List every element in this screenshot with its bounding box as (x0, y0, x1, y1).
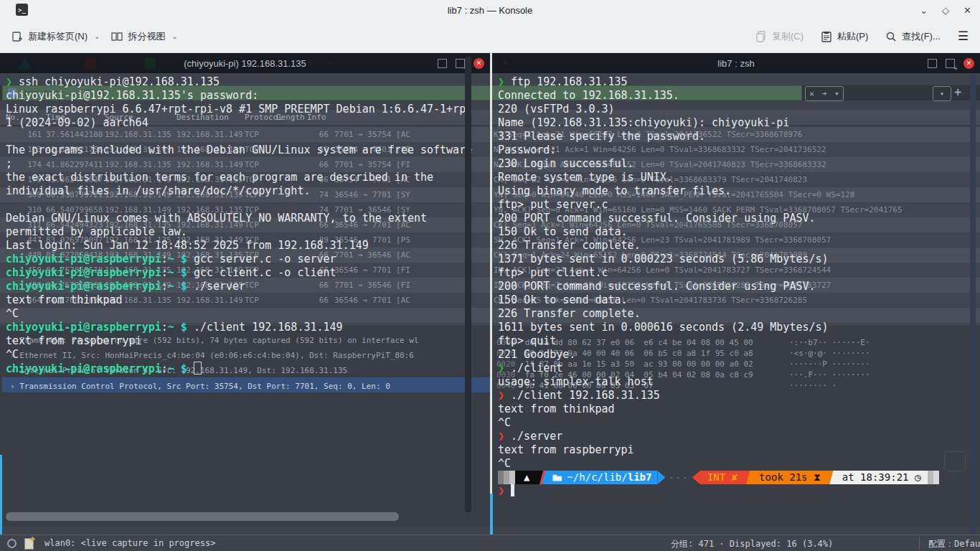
terminal-line: 226 Transfer complete. (498, 239, 980, 253)
paste-icon (821, 31, 832, 42)
terminal-line: 1371 bytes sent in 0.000223 seconds (5.8… (498, 253, 980, 266)
powerline-segment: ▲ (515, 471, 538, 484)
pane-splitter[interactable] (490, 53, 492, 494)
terminal-line: ^C (6, 348, 490, 362)
terminal-line (6, 198, 490, 212)
powerline-chevron-left (692, 471, 700, 484)
powerline-path-segment: ~/h/c/lib/lib7 (547, 471, 657, 484)
terminal-line: 150 Ok to send data. (498, 293, 980, 307)
powerline-block (498, 471, 504, 484)
capture-status-text: wlan0: <live capture in progress> (44, 538, 215, 548)
terminal-line: The programs included with the Debian GN… (6, 143, 490, 157)
powerline-segment: INT ✘ (700, 471, 745, 484)
maximize-button[interactable]: ◇ (942, 6, 949, 15)
terminal-line: text from raspberrypi (498, 443, 980, 457)
powerline-block (509, 471, 515, 484)
new-tab-icon (11, 31, 23, 42)
new-tab-button[interactable]: 新建标签页(N) ⌄ (11, 30, 100, 43)
close-pane-button[interactable]: ✕ (963, 58, 974, 69)
pane-header-right: lib7 : zsh ✕ (492, 53, 980, 73)
terminal-line: permitted by applicable law. (6, 225, 490, 239)
terminal-line: ^C (498, 457, 980, 471)
terminal-line: chiyoyuki-pi@raspberrypi:~ $ gcc client.… (6, 266, 490, 280)
powerline-block (928, 471, 933, 484)
expand-pane-icon[interactable] (438, 59, 447, 68)
terminal-line: Name (192.168.31.135:chiyoyuki): chiyoyu… (498, 116, 980, 130)
statusbar-divider (919, 537, 920, 550)
terminal-line: 150 Ok to send data. (498, 225, 980, 239)
pane-title-right: lib7 : zsh (717, 58, 754, 69)
terminal-line: 220 (vsFTPd 3.0.3) (498, 103, 980, 116)
cursor-beam (511, 484, 514, 496)
terminal-line: Debian GNU/Linux comes with ABSOLUTELY N… (6, 212, 490, 225)
powerline-chevron-right (657, 471, 665, 484)
close-button[interactable]: ✕ (963, 6, 971, 15)
terminal-line: Password: (498, 143, 980, 157)
pane-title-left: (chiyoyuki-pi) 192.168.31.135 (184, 58, 306, 69)
packet-counts-text: 分组: 471 · Displayed: 16 (3.4%) (671, 538, 833, 550)
paste-label: 粘贴(P) (837, 30, 868, 43)
terminal-line: 1611 bytes sent in 0.000616 seconds (2.4… (498, 321, 980, 334)
cursor-block (194, 362, 202, 375)
terminal-line: Last login: Sun Jan 12 18:48:52 2025 fro… (6, 239, 490, 253)
terminal-line: 331 Please specify the password. (498, 130, 980, 143)
terminal-line: text from thinkpad (6, 293, 490, 307)
terminal-right[interactable]: ❯ ftp 192.168.31.135Connected to 192.168… (492, 73, 980, 534)
hamburger-menu-icon: ☰ (958, 29, 969, 44)
terminal-line: ❯ ./server (498, 430, 980, 443)
terminal-line: chiyoyuki-pi@192.168.31.135's password: (6, 89, 490, 103)
powerline-block (933, 471, 939, 484)
terminal-line: text from thinkpad (498, 402, 980, 416)
hamburger-menu-button[interactable]: ☰ (958, 29, 969, 44)
copy-button[interactable]: 复制(C) (755, 30, 804, 43)
powerline-separator (745, 471, 752, 484)
workspace: ⚙ «» ⌕ tcp.port == 7701 ✕ ➜ ▾ ▾ + No.Tim… (0, 53, 980, 551)
minimize-button[interactable]: ⌄ (920, 6, 928, 15)
split-view-label: 拆分视图 (128, 30, 165, 43)
terminal-line: ftp> quit (498, 334, 980, 348)
pane-header-left: (chiyoyuki-pi) 192.168.31.135 ✕ (0, 53, 490, 73)
chevron-down-icon: ⌄ (171, 32, 177, 40)
close-pane-button[interactable]: ✕ (473, 58, 484, 69)
terminal-line: ❯ ssh chiyoyuki-pi@192.168.31.135 (6, 75, 490, 89)
terminal-line: individual files in /usr/share/doc/*/cop… (6, 184, 490, 198)
capture-comment-icon (24, 538, 34, 550)
terminal-pane-right: lib7 : zsh ✕ ❯ ftp 192.168.31.135Connect… (492, 53, 980, 534)
terminal-line: ^C (498, 416, 980, 430)
terminal-line: chiyoyuki-pi@raspberrypi:~ $ (6, 362, 490, 375)
copy-icon (755, 31, 767, 42)
find-button[interactable]: 查找(F)... (885, 30, 940, 43)
window-titlebar[interactable]: >_ lib7 : zsh — Konsole ⌄ ◇ ✕ (0, 0, 980, 21)
terminal-line: ❯ (498, 484, 980, 498)
terminal-line: Remote system type is UNIX. (498, 171, 980, 184)
terminal-line: chiyoyuki-pi@raspberrypi:~ $ ./server (6, 280, 490, 293)
expert-info-icon (7, 539, 17, 548)
powerline-block (504, 471, 509, 484)
terminal-left[interactable]: ❯ ssh chiyoyuki-pi@192.168.31.135chiyoyu… (0, 73, 490, 534)
terminal-line: ❯ ftp 192.168.31.135 (498, 75, 980, 89)
terminal-line: 226 Transfer complete. (498, 307, 980, 321)
split-view-button[interactable]: 拆分视图 ⌄ (111, 30, 177, 43)
terminal-line: Connected to 192.168.31.135. (498, 89, 980, 103)
terminal-line: ftp> put server.c (498, 198, 980, 212)
detach-pane-icon[interactable] (946, 59, 955, 68)
terminal-line: 1 (2024-09-02) aarch64 (6, 116, 490, 130)
terminal-scrollbar-left[interactable] (465, 56, 471, 512)
wireshark-statusbar[interactable]: wlan0: <live capture in progress> 分组: 47… (0, 534, 980, 551)
powerline-segment: at 18:39:21 ◷ (835, 471, 928, 484)
copy-label: 复制(C) (772, 30, 804, 43)
terminal-line: 221 Goodbye. (498, 348, 980, 362)
terminal-line: ftp> put client.c (498, 266, 980, 280)
paste-button[interactable]: 粘贴(P) (821, 30, 868, 43)
scroll-indicator-frame (944, 451, 966, 471)
terminal-line: ^C (6, 307, 490, 321)
powerline-separator (828, 471, 835, 484)
detach-pane-icon[interactable] (456, 59, 465, 68)
folder-icon (552, 474, 562, 481)
main-toolbar: 新建标签页(N) ⌄ 拆分视图 ⌄ 复制(C) 粘贴(P) 查找(F)... (0, 20, 980, 53)
terminal-line: text from raspberrypi (6, 334, 490, 348)
powerline-separator (538, 471, 547, 484)
expand-pane-icon[interactable] (928, 59, 937, 68)
terminal-line: chiyoyuki-pi@raspberrypi:~ $ ./client 19… (6, 321, 490, 334)
window-title: lib7 : zsh — Konsole (448, 5, 533, 16)
